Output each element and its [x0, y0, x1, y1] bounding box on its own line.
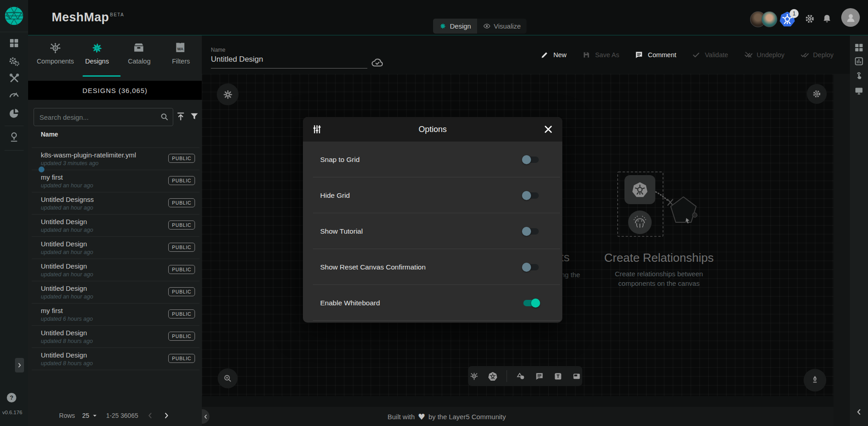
- right-toolbar: [850, 35, 868, 426]
- design-row[interactable]: my first updated an hour ago PUBLIC: [32, 170, 200, 192]
- design-row[interactable]: Untitled Design updated an hour ago PUBL…: [32, 259, 200, 281]
- dock-comment-button[interactable]: [535, 372, 544, 381]
- option-label: Snap to Grid: [320, 156, 360, 164]
- right-toolbar-widgets-button[interactable]: [854, 43, 864, 53]
- save-as-button[interactable]: Save As: [582, 50, 619, 59]
- sidebar-item-configuration[interactable]: [7, 71, 21, 85]
- visibility-badge: PUBLIC: [168, 332, 195, 341]
- previous-page-button[interactable]: [146, 411, 155, 420]
- search-input[interactable]: [34, 108, 173, 126]
- dock-media-button[interactable]: [572, 372, 581, 381]
- dock-components-button[interactable]: [469, 372, 479, 381]
- comment-button[interactable]: Comment: [634, 50, 676, 59]
- pagination: Rows 25 1-25 36065: [28, 406, 202, 426]
- validate-button[interactable]: Validate: [692, 50, 728, 59]
- dock-shapes-button[interactable]: [516, 372, 526, 381]
- design-name-label: Name: [211, 47, 225, 53]
- right-toolbar-display-button[interactable]: [854, 86, 864, 96]
- canvas-config-button[interactable]: [217, 83, 239, 105]
- design-row[interactable]: my first updated 6 hours ago PUBLIC: [32, 304, 200, 326]
- new-button[interactable]: New: [540, 50, 566, 59]
- notifications-button[interactable]: [821, 13, 833, 24]
- layer5-logo[interactable]: [0, 0, 28, 32]
- design-row[interactable]: Untitled Design updated 8 hours ago PUBL…: [32, 348, 200, 370]
- snap-to-grid-toggle[interactable]: [522, 154, 540, 165]
- tab-visualize-mode[interactable]: Visualize: [477, 19, 527, 34]
- design-row[interactable]: k8s-wasm-plugin-ratelimiter.yml updated …: [32, 148, 200, 170]
- person-icon: [845, 12, 857, 24]
- design-name-input[interactable]: [211, 55, 367, 69]
- option-row-enable-whiteboard: Enable Whiteboard: [303, 285, 562, 321]
- dock-text-button[interactable]: [553, 372, 563, 381]
- visibility-badge: PUBLIC: [168, 243, 195, 252]
- zoom-in-button[interactable]: [218, 368, 238, 388]
- hide-grid-toggle[interactable]: [522, 190, 540, 201]
- collapse-right-toolbar-button[interactable]: [854, 407, 863, 416]
- comment-icon: [634, 50, 644, 59]
- undeploy-button[interactable]: Undeploy: [744, 50, 785, 59]
- filter-button[interactable]: [189, 111, 200, 122]
- caret-down-icon: [91, 411, 99, 420]
- design-name: my first: [41, 170, 166, 181]
- user-avatar[interactable]: [841, 8, 860, 27]
- visibility-badge: PUBLIC: [168, 287, 195, 296]
- option-row-hide-grid: Hide Grid: [303, 177, 562, 213]
- sidebar-item-meshmap[interactable]: [7, 130, 21, 144]
- help-button[interactable]: ?: [7, 393, 16, 402]
- design-name: Untitled Design: [41, 281, 166, 292]
- canvas-bottom-strip: [202, 396, 834, 407]
- designs-panel: Components Designs Catalog Filters DESIG…: [28, 35, 202, 426]
- settings-button[interactable]: [804, 13, 815, 24]
- onboarding-heading: Create Relationships: [600, 251, 718, 265]
- canvas-settings-button[interactable]: [807, 84, 827, 104]
- eye-icon: [483, 22, 491, 30]
- visibility-badge: PUBLIC: [168, 309, 195, 318]
- tab-design-mode[interactable]: Design: [433, 19, 477, 34]
- design-row[interactable]: Untitled Design updated an hour ago PUBL…: [32, 215, 200, 237]
- visibility-badge: PUBLIC: [168, 220, 195, 230]
- rows-per-page-select[interactable]: 25: [82, 411, 99, 420]
- footer-credit: Built with ♥ by the Layer5 Community: [383, 407, 510, 426]
- design-row[interactable]: Untitled Design updated an hour ago PUBL…: [32, 237, 200, 259]
- design-row[interactable]: Untitled Design updated 8 hours ago PUBL…: [32, 326, 200, 348]
- search-design-field: [34, 108, 173, 126]
- pen-tool-button[interactable]: [804, 369, 826, 392]
- layer5-logo-icon: [4, 6, 24, 26]
- tab-filters[interactable]: Filters: [160, 35, 202, 78]
- next-page-button[interactable]: [162, 411, 171, 420]
- visualize-mode-label: Visualize: [494, 22, 521, 30]
- onboarding-description: Create relationships between components …: [605, 269, 713, 288]
- close-icon[interactable]: [542, 123, 554, 135]
- sidebar-item-performance[interactable]: [7, 87, 21, 102]
- show-reset-canvas-confirmation-toggle[interactable]: [522, 262, 540, 273]
- visibility-badge: PUBLIC: [168, 198, 195, 207]
- kubernetes-context-badge: 1: [790, 9, 799, 18]
- rows-per-page-label: Rows: [59, 412, 75, 419]
- collaborator-avatar-2[interactable]: [761, 11, 777, 27]
- design-row[interactable]: Untitled Designss updated an hour ago PU…: [32, 192, 200, 215]
- floppy-icon: [582, 50, 591, 59]
- sidebar-item-extensions[interactable]: [7, 106, 21, 121]
- sidebar-item-lifecycle[interactable]: [7, 54, 21, 69]
- import-design-button[interactable]: [176, 111, 186, 122]
- show-tutorial-toggle[interactable]: [522, 226, 540, 237]
- tab-label: Filters: [160, 58, 202, 65]
- enable-whiteboard-toggle[interactable]: [522, 298, 540, 308]
- deploy-button[interactable]: Deploy: [800, 50, 834, 59]
- tab-components[interactable]: Components: [34, 35, 76, 78]
- tab-designs[interactable]: Designs: [76, 35, 118, 78]
- dock-kubernetes-button[interactable]: [488, 372, 497, 381]
- option-label: Enable Whiteboard: [320, 299, 380, 307]
- options-modal: Options Snap to Grid Hide Grid Show Tuto…: [303, 117, 562, 323]
- app-version: v0.6.176: [0, 410, 24, 415]
- expand-sidebar-button[interactable]: [15, 358, 24, 372]
- wasm-filters-icon: [174, 41, 188, 55]
- right-toolbar-chart-button[interactable]: [854, 56, 864, 66]
- right-toolbar-touch-button[interactable]: [854, 71, 864, 81]
- tab-catalog[interactable]: Catalog: [118, 35, 160, 78]
- design-name: Untitled Design: [41, 259, 166, 270]
- sidebar-item-dashboard[interactable]: [7, 36, 21, 50]
- create-relationships-illustration: [617, 171, 707, 248]
- collapse-panel-button[interactable]: [202, 409, 210, 424]
- design-row[interactable]: Untitled Design updated an hour ago PUBL…: [32, 281, 200, 304]
